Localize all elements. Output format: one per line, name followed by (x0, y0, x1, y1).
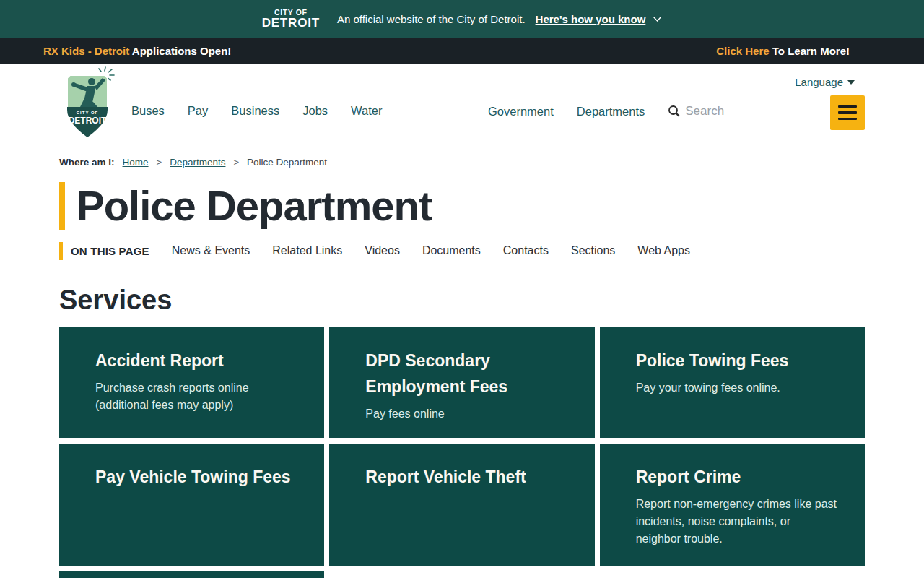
alert-right: Click Here To Learn More! (716, 45, 850, 57)
service-card-police-towing-fees[interactable]: Police Towing Fees Pay your towing fees … (600, 327, 865, 438)
anchor-documents[interactable]: Documents (422, 244, 481, 257)
anchor-related-links[interactable]: Related Links (272, 244, 342, 257)
service-card-title: Pay Vehicle Towing Fees (95, 464, 297, 490)
on-this-page-label: ON THIS PAGE (59, 242, 149, 260)
breadcrumb-separator: > (233, 157, 239, 168)
language-label: Language (795, 76, 843, 88)
nav-departments[interactable]: Departments (577, 105, 645, 118)
search-button[interactable]: Search (668, 104, 724, 118)
primary-nav: Buses Pay Business Jobs Water (131, 104, 383, 118)
service-card-partial[interactable] (59, 571, 324, 578)
service-card-description: Pay your towing fees online. (636, 379, 837, 397)
anchor-sections[interactable]: Sections (571, 244, 615, 257)
official-website-text: An official website of the City of Detro… (337, 13, 526, 25)
menu-icon (838, 105, 857, 108)
rx-kids-link[interactable]: RX Kids - Detroit (43, 45, 129, 57)
service-card-title: Report Vehicle Theft (365, 464, 567, 490)
breadcrumb: Where am I: Home > Departments > Police … (59, 157, 865, 168)
nav-jobs[interactable]: Jobs (302, 104, 328, 118)
banner-wordmark-bottom: DETROIT (262, 17, 320, 30)
service-card-title: Police Towing Fees (636, 348, 837, 374)
breadcrumb-home[interactable]: Home (123, 157, 149, 168)
on-this-page-nav: ON THIS PAGE News & Events Related Links… (59, 242, 924, 260)
service-card-description: Pay fees online (365, 405, 567, 423)
nav-pay[interactable]: Pay (188, 104, 208, 118)
breadcrumb-separator: > (157, 157, 162, 168)
service-card-title: DPD Secondary Employment Fees (365, 348, 567, 400)
breadcrumb-label: Where am I: (59, 157, 115, 168)
menu-button[interactable] (830, 95, 865, 130)
logo-badge-top: CITY OF (77, 111, 99, 115)
alert-right-text: To Learn More! (772, 45, 850, 57)
anchor-contacts[interactable]: Contacts (503, 244, 549, 257)
city-of-detroit-logo[interactable]: CITY OF DETROIT (59, 66, 117, 140)
page-title: Police Department (59, 182, 924, 230)
search-icon (668, 105, 681, 118)
alert-left-text: Applications Open! (132, 45, 232, 57)
service-card-dpd-secondary-employment-fees[interactable]: DPD Secondary Employment Fees Pay fees o… (329, 327, 594, 438)
police-department-page: CITY OF DETROIT An official website of t… (0, 0, 924, 578)
search-label: Search (685, 104, 724, 118)
click-here-link[interactable]: Click Here (716, 45, 769, 57)
language-dropdown[interactable]: Language (795, 76, 855, 88)
service-card-report-crime[interactable]: Report Crime Report non-emergency crimes… (600, 444, 865, 566)
site-header: CITY OF DETROIT Buses Pay Business Jobs … (0, 64, 924, 148)
logo-badge-bottom: DETROIT (69, 116, 107, 126)
service-card-description: Report non-emergency crimes like past in… (636, 496, 837, 548)
heres-how-you-know-link[interactable]: Here's how you know (536, 13, 646, 25)
banner-wordmark: CITY OF DETROIT (262, 9, 320, 30)
secondary-nav: Government Departments Search (488, 104, 724, 118)
banner-wordmark-top: CITY OF (274, 9, 307, 17)
anchor-videos[interactable]: Videos (365, 244, 400, 257)
nav-buses[interactable]: Buses (131, 104, 165, 118)
anchor-news-events[interactable]: News & Events (172, 244, 250, 257)
alert-bar: RX Kids - Detroit Applications Open! Cli… (0, 38, 924, 64)
nav-water[interactable]: Water (351, 104, 382, 118)
anchor-web-apps[interactable]: Web Apps (637, 244, 690, 257)
service-card-title: Report Crime (636, 464, 837, 490)
alert-left: RX Kids - Detroit Applications Open! (43, 45, 231, 57)
service-card-pay-vehicle-towing-fees[interactable]: Pay Vehicle Towing Fees (59, 444, 324, 566)
services-heading: Services (59, 285, 924, 316)
caret-down-icon (847, 80, 855, 85)
nav-government[interactable]: Government (488, 105, 554, 118)
service-card-description: Purchase crash reports online (additiona… (95, 379, 297, 414)
chevron-down-icon (653, 16, 662, 22)
breadcrumb-current: Police Department (247, 157, 327, 168)
nav-business[interactable]: Business (231, 104, 279, 118)
service-card-title: Accident Report (95, 348, 297, 374)
breadcrumb-departments[interactable]: Departments (170, 157, 225, 168)
service-card-accident-report[interactable]: Accident Report Purchase crash reports o… (59, 327, 324, 438)
service-card-report-vehicle-theft[interactable]: Report Vehicle Theft (329, 444, 594, 566)
official-banner: CITY OF DETROIT An official website of t… (0, 0, 924, 38)
services-grid: Accident Report Purchase crash reports o… (59, 327, 865, 578)
